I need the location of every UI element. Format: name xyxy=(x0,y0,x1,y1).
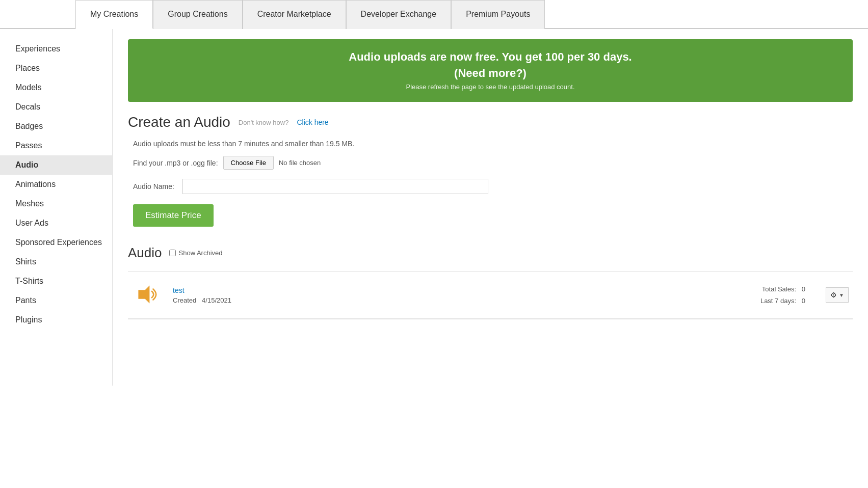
sidebar-item-models[interactable]: Models xyxy=(0,78,112,97)
sidebar-item-audio[interactable]: Audio xyxy=(0,155,112,175)
total-sales-value: 0 xyxy=(802,285,805,293)
sidebar-item-experiences[interactable]: Experiences xyxy=(0,39,112,59)
audio-speaker-icon xyxy=(134,283,161,307)
tab-my-creations[interactable]: My Creations xyxy=(75,0,153,29)
show-archived-checkbox[interactable] xyxy=(169,250,176,256)
upload-info-text: Audio uploads must be less than 7 minute… xyxy=(133,140,848,148)
chevron-down-icon: ▼ xyxy=(839,292,844,298)
show-archived-row: Show Archived xyxy=(169,249,223,257)
create-audio-title: Create an Audio xyxy=(128,114,230,130)
gear-icon: ⚙ xyxy=(830,291,837,299)
sidebar-item-places[interactable]: Places xyxy=(0,59,112,78)
file-upload-row: Find your .mp3 or .ogg file: Choose File… xyxy=(133,156,848,170)
audio-name-label: Audio Name: xyxy=(133,182,174,191)
audio-item-actions: ⚙ ▼ xyxy=(826,287,849,303)
sidebar-item-badges[interactable]: Badges xyxy=(0,117,112,136)
help-text: Don't know how? xyxy=(239,119,289,126)
audio-item-divider xyxy=(128,319,853,319)
banner-need-more-text: (Need more?) xyxy=(143,67,837,80)
audio-section-title: Audio xyxy=(128,245,162,261)
last7-label: Last 7 days: xyxy=(760,297,796,305)
sidebar-item-meshes[interactable]: Meshes xyxy=(0,194,112,213)
banner-main-text: Audio uploads are now free. You get 100 … xyxy=(143,50,837,64)
file-label: Find your .mp3 or .ogg file: xyxy=(133,159,218,167)
audio-item-info: test Created 4/15/2021 xyxy=(173,286,750,304)
sidebar-item-plugins[interactable]: Plugins xyxy=(0,310,112,330)
audio-upload-banner: Audio uploads are now free. You get 100 … xyxy=(128,39,853,102)
svg-marker-0 xyxy=(138,285,149,303)
estimate-price-button[interactable]: Estimate Price xyxy=(133,204,214,227)
top-tabs: My Creations Group Creations Creator Mar… xyxy=(0,0,868,29)
create-audio-header: Create an Audio Don't know how? Click he… xyxy=(128,114,853,130)
audio-section-header: Audio Show Archived xyxy=(128,245,853,261)
sidebar-item-passes[interactable]: Passes xyxy=(0,136,112,155)
help-link[interactable]: Click here xyxy=(297,118,328,126)
last7-value: 0 xyxy=(802,297,805,305)
show-archived-label: Show Archived xyxy=(179,249,223,257)
tab-creator-marketplace[interactable]: Creator Marketplace xyxy=(243,0,346,29)
sidebar-item-decals[interactable]: Decals xyxy=(0,97,112,117)
sidebar-item-sponsored-experiences[interactable]: Sponsored Experiences xyxy=(0,233,112,252)
choose-file-button[interactable]: Choose File xyxy=(223,156,274,170)
sidebar-item-shirts[interactable]: Shirts xyxy=(0,252,112,272)
sidebar-item-animations[interactable]: Animations xyxy=(0,175,112,194)
total-sales-label: Total Sales: xyxy=(762,285,796,293)
tab-developer-exchange[interactable]: Developer Exchange xyxy=(346,0,452,29)
audio-name-row: Audio Name: xyxy=(133,179,848,194)
audio-item-name[interactable]: test xyxy=(173,286,185,294)
create-audio-form: Audio uploads must be less than 7 minute… xyxy=(128,140,853,227)
sidebar-item-user-ads[interactable]: User Ads xyxy=(0,213,112,233)
audio-item-stats: Total Sales: 0 Last 7 days: 0 xyxy=(760,283,805,307)
banner-sub-text: Please refresh the page to see the updat… xyxy=(143,83,837,91)
audio-item-created: Created 4/15/2021 xyxy=(173,296,750,304)
audio-icon-wrap xyxy=(132,280,163,310)
main-layout: Experiences Places Models Decals Badges … xyxy=(0,29,868,386)
tab-premium-payouts[interactable]: Premium Payouts xyxy=(451,0,545,29)
sidebar-item-pants[interactable]: Pants xyxy=(0,291,112,310)
tab-group-creations[interactable]: Group Creations xyxy=(153,0,242,29)
gear-dropdown-button[interactable]: ⚙ ▼ xyxy=(826,287,849,303)
sidebar-item-tshirts[interactable]: T-Shirts xyxy=(0,272,112,291)
audio-name-input[interactable] xyxy=(182,179,488,194)
no-file-text: No file chosen xyxy=(279,159,321,167)
sidebar: Experiences Places Models Decals Badges … xyxy=(0,29,112,386)
content-area: Audio uploads are now free. You get 100 … xyxy=(112,29,868,386)
audio-list-item: test Created 4/15/2021 Total Sales: 0 La… xyxy=(128,272,853,319)
